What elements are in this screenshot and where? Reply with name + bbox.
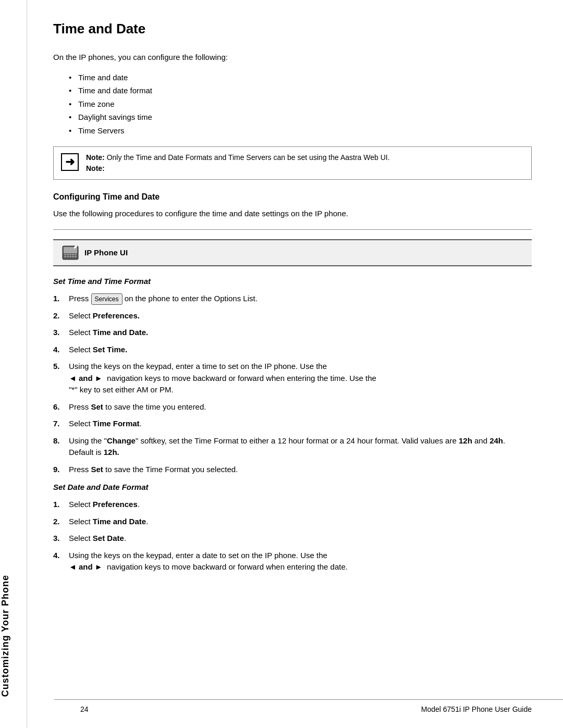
sidebar-label: Customizing Your Phone	[0, 575, 27, 697]
model-text: Model 6751i IP Phone User Guide	[421, 705, 532, 713]
list-item: 3. Select Time and Date.	[53, 327, 532, 339]
svg-rect-9	[69, 256, 71, 257]
svg-rect-8	[67, 256, 69, 257]
page-container: Customizing Your Phone Time and Date On …	[0, 0, 563, 728]
list-item: 1. Press Services on the phone to enter …	[53, 293, 532, 305]
list-item: 4. Using the keys on the keypad, enter a…	[53, 550, 532, 573]
note-box: ➜ Note: Only the Time and Date Formats a…	[53, 146, 532, 180]
set-time-steps: 1. Press Services on the phone to enter …	[53, 293, 532, 476]
set-date-heading: Set Date and Date Format	[53, 483, 532, 491]
list-item: 2. Select Preferences.	[53, 310, 532, 322]
list-item: 6. Press Set to save the time you entere…	[53, 401, 532, 413]
ip-phone-bar: IP Phone UI	[53, 239, 532, 266]
svg-rect-2	[64, 254, 66, 255]
arrow-icon: ➜	[61, 153, 79, 171]
list-item: 5. Using the keys on the keypad, enter a…	[53, 361, 532, 396]
list-item: 8. Using the "Change" softkey, set the T…	[53, 435, 532, 459]
intro-text: On the IP phones, you can configure the …	[53, 52, 532, 64]
list-item: 3. Select Set Date.	[53, 533, 532, 545]
svg-rect-6	[75, 254, 77, 255]
phone-icon	[62, 244, 79, 262]
svg-rect-3	[67, 254, 69, 255]
svg-rect-10	[72, 256, 74, 257]
list-item: Time and date	[69, 71, 532, 84]
set-date-steps: 1. Select Preferences. 2. Select Time an…	[53, 499, 532, 573]
svg-rect-4	[69, 254, 71, 255]
svg-rect-5	[72, 254, 74, 255]
note-label: Note:	[86, 153, 107, 162]
list-item: 4. Select Set Time.	[53, 344, 532, 356]
divider	[53, 229, 532, 230]
svg-rect-7	[64, 256, 66, 257]
sidebar: Customizing Your Phone	[0, 0, 27, 728]
svg-rect-11	[75, 256, 77, 257]
list-item: 1. Select Preferences.	[53, 499, 532, 511]
note-content: Note: Only the Time and Date Formats and…	[86, 152, 524, 174]
list-item: 9. Press Set to save the Time Format you…	[53, 464, 532, 476]
page-title: Time and Date	[53, 21, 532, 37]
list-item: Time Servers	[69, 124, 532, 138]
note-text: Only the Time and Date Formats and Time …	[107, 153, 390, 162]
list-item: Time zone	[69, 97, 532, 111]
list-item: Time and date format	[69, 84, 532, 97]
note-label2: Note:	[86, 164, 105, 172]
bullet-list: Time and date Time and date format Time …	[69, 71, 532, 138]
configuring-heading: Configuring Time and Date	[53, 192, 532, 202]
main-content: Time and Date On the IP phones, you can …	[27, 0, 563, 728]
set-time-heading: Set Time and Time Format	[53, 277, 532, 286]
configuring-intro: Use the following procedures to configur…	[53, 208, 532, 220]
footer: 24 Model 6751i IP Phone User Guide	[54, 699, 563, 713]
list-item: 2. Select Time and Date.	[53, 516, 532, 528]
services-button: Services	[91, 293, 123, 305]
list-item: 7. Select Time Format.	[53, 418, 532, 430]
page-number: 24	[80, 705, 89, 713]
ip-phone-label: IP Phone UI	[84, 248, 128, 257]
list-item: Daylight savings time	[69, 110, 532, 124]
